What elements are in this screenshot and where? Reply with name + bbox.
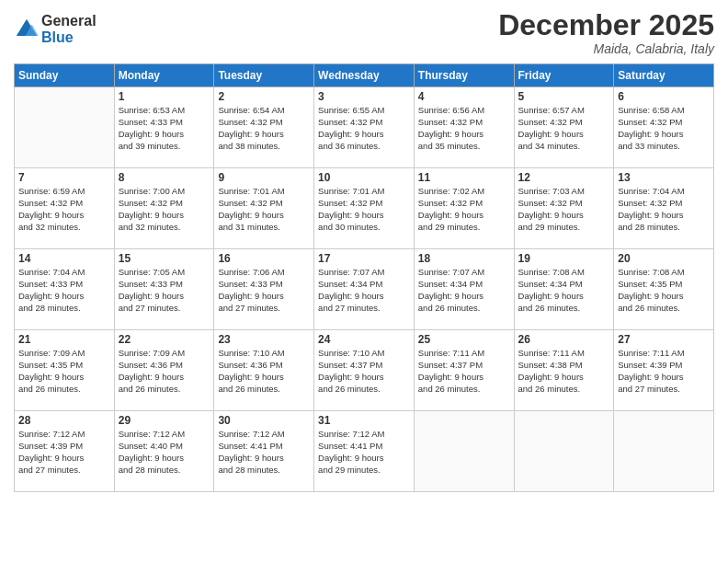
day-info: Sunrise: 7:01 AM Sunset: 4:32 PM Dayligh…: [318, 186, 410, 233]
day-info: Sunrise: 7:12 AM Sunset: 4:40 PM Dayligh…: [119, 429, 210, 476]
day-number: 31: [318, 414, 410, 427]
calendar-day-cell: 30Sunrise: 7:12 AM Sunset: 4:41 PM Dayli…: [214, 411, 314, 492]
title-block: December 2025 Maida, Calabria, Italy: [498, 9, 714, 56]
day-info: Sunrise: 6:56 AM Sunset: 4:32 PM Dayligh…: [418, 105, 510, 152]
day-number: 2: [218, 90, 310, 103]
calendar-day-header: Tuesday: [214, 64, 314, 87]
day-number: 4: [418, 90, 510, 103]
calendar-day-cell: 13Sunrise: 7:04 AM Sunset: 4:32 PM Dayli…: [614, 168, 714, 249]
day-info: Sunrise: 7:07 AM Sunset: 4:34 PM Dayligh…: [418, 267, 510, 314]
calendar-day-cell: 5Sunrise: 6:57 AM Sunset: 4:32 PM Daylig…: [514, 87, 614, 168]
calendar-day-cell: 11Sunrise: 7:02 AM Sunset: 4:32 PM Dayli…: [414, 168, 514, 249]
day-number: 28: [18, 414, 110, 427]
day-info: Sunrise: 7:04 AM Sunset: 4:32 PM Dayligh…: [618, 186, 710, 233]
calendar-day-cell: 31Sunrise: 7:12 AM Sunset: 4:41 PM Dayli…: [314, 411, 415, 492]
calendar-week-row: 7Sunrise: 6:59 AM Sunset: 4:32 PM Daylig…: [15, 168, 714, 249]
calendar-header-row: SundayMondayTuesdayWednesdayThursdayFrid…: [15, 64, 714, 87]
calendar-day-cell: [414, 411, 514, 492]
day-info: Sunrise: 7:01 AM Sunset: 4:32 PM Dayligh…: [218, 186, 310, 233]
day-number: 18: [418, 252, 510, 265]
day-info: Sunrise: 7:09 AM Sunset: 4:36 PM Dayligh…: [119, 348, 210, 395]
calendar-week-row: 28Sunrise: 7:12 AM Sunset: 4:39 PM Dayli…: [15, 411, 714, 492]
calendar-day-cell: 12Sunrise: 7:03 AM Sunset: 4:32 PM Dayli…: [514, 168, 614, 249]
day-info: Sunrise: 7:02 AM Sunset: 4:32 PM Dayligh…: [418, 186, 510, 233]
day-number: 1: [119, 90, 210, 103]
day-info: Sunrise: 7:12 AM Sunset: 4:41 PM Dayligh…: [218, 429, 310, 476]
calendar-day-header: Monday: [114, 64, 214, 87]
calendar-day-cell: 7Sunrise: 6:59 AM Sunset: 4:32 PM Daylig…: [15, 168, 115, 249]
calendar-day-cell: 1Sunrise: 6:53 AM Sunset: 4:33 PM Daylig…: [114, 87, 214, 168]
day-number: 20: [618, 252, 710, 265]
calendar-day-cell: 29Sunrise: 7:12 AM Sunset: 4:40 PM Dayli…: [114, 411, 214, 492]
calendar-week-row: 21Sunrise: 7:09 AM Sunset: 4:35 PM Dayli…: [15, 330, 714, 411]
logo-blue: Blue: [41, 29, 97, 46]
day-number: 14: [18, 252, 110, 265]
day-number: 13: [618, 171, 710, 184]
logo-icon: [14, 17, 40, 42]
day-number: 5: [518, 90, 610, 103]
day-info: Sunrise: 7:11 AM Sunset: 4:38 PM Dayligh…: [518, 348, 610, 395]
calendar-day-cell: 10Sunrise: 7:01 AM Sunset: 4:32 PM Dayli…: [314, 168, 415, 249]
calendar-day-cell: 24Sunrise: 7:10 AM Sunset: 4:37 PM Dayli…: [314, 330, 415, 411]
day-number: 24: [318, 333, 410, 346]
day-number: 23: [218, 333, 310, 346]
day-number: 25: [418, 333, 510, 346]
calendar-day-cell: 25Sunrise: 7:11 AM Sunset: 4:37 PM Dayli…: [414, 330, 514, 411]
day-info: Sunrise: 6:57 AM Sunset: 4:32 PM Dayligh…: [518, 105, 610, 152]
day-number: 30: [218, 414, 310, 427]
day-info: Sunrise: 6:53 AM Sunset: 4:33 PM Dayligh…: [119, 105, 210, 152]
day-number: 22: [119, 333, 210, 346]
calendar-day-cell: 19Sunrise: 7:08 AM Sunset: 4:34 PM Dayli…: [514, 249, 614, 330]
calendar-day-cell: 23Sunrise: 7:10 AM Sunset: 4:36 PM Dayli…: [214, 330, 314, 411]
calendar-day-header: Wednesday: [314, 64, 415, 87]
calendar-week-row: 14Sunrise: 7:04 AM Sunset: 4:33 PM Dayli…: [15, 249, 714, 330]
calendar-day-cell: 26Sunrise: 7:11 AM Sunset: 4:38 PM Dayli…: [514, 330, 614, 411]
day-info: Sunrise: 7:04 AM Sunset: 4:33 PM Dayligh…: [18, 267, 110, 314]
calendar-week-row: 1Sunrise: 6:53 AM Sunset: 4:33 PM Daylig…: [15, 87, 714, 168]
page: General Blue December 2025 Maida, Calabr…: [0, 0, 728, 563]
day-number: 15: [119, 252, 210, 265]
calendar-table: SundayMondayTuesdayWednesdayThursdayFrid…: [14, 63, 714, 492]
calendar-day-header: Saturday: [614, 64, 714, 87]
calendar-day-cell: 20Sunrise: 7:08 AM Sunset: 4:35 PM Dayli…: [614, 249, 714, 330]
day-number: 19: [518, 252, 610, 265]
day-number: 12: [518, 171, 610, 184]
calendar-day-cell: 3Sunrise: 6:55 AM Sunset: 4:32 PM Daylig…: [314, 87, 415, 168]
day-number: 21: [18, 333, 110, 346]
calendar-day-cell: 17Sunrise: 7:07 AM Sunset: 4:34 PM Dayli…: [314, 249, 415, 330]
day-info: Sunrise: 6:54 AM Sunset: 4:32 PM Dayligh…: [218, 105, 310, 152]
day-info: Sunrise: 7:09 AM Sunset: 4:35 PM Dayligh…: [18, 348, 110, 395]
month-title: December 2025: [498, 9, 714, 41]
day-info: Sunrise: 7:12 AM Sunset: 4:39 PM Dayligh…: [18, 429, 110, 476]
calendar-day-cell: [514, 411, 614, 492]
calendar-day-cell: 16Sunrise: 7:06 AM Sunset: 4:33 PM Dayli…: [214, 249, 314, 330]
day-number: 26: [518, 333, 610, 346]
calendar-day-header: Sunday: [15, 64, 115, 87]
day-number: 29: [119, 414, 210, 427]
calendar-day-cell: 14Sunrise: 7:04 AM Sunset: 4:33 PM Dayli…: [15, 249, 115, 330]
day-info: Sunrise: 7:05 AM Sunset: 4:33 PM Dayligh…: [119, 267, 210, 314]
calendar-day-cell: [614, 411, 714, 492]
day-info: Sunrise: 7:07 AM Sunset: 4:34 PM Dayligh…: [318, 267, 410, 314]
logo: General Blue: [14, 13, 97, 45]
day-info: Sunrise: 7:11 AM Sunset: 4:39 PM Dayligh…: [618, 348, 710, 395]
day-number: 9: [218, 171, 310, 184]
day-number: 10: [318, 171, 410, 184]
day-info: Sunrise: 7:08 AM Sunset: 4:34 PM Dayligh…: [518, 267, 610, 314]
calendar-day-cell: 28Sunrise: 7:12 AM Sunset: 4:39 PM Dayli…: [15, 411, 115, 492]
day-number: 3: [318, 90, 410, 103]
day-number: 16: [218, 252, 310, 265]
calendar-day-header: Thursday: [414, 64, 514, 87]
calendar-day-cell: 18Sunrise: 7:07 AM Sunset: 4:34 PM Dayli…: [414, 249, 514, 330]
day-number: 7: [18, 171, 110, 184]
calendar-day-cell: 6Sunrise: 6:58 AM Sunset: 4:32 PM Daylig…: [614, 87, 714, 168]
day-info: Sunrise: 7:11 AM Sunset: 4:37 PM Dayligh…: [418, 348, 510, 395]
day-number: 17: [318, 252, 410, 265]
calendar-day-header: Friday: [514, 64, 614, 87]
day-info: Sunrise: 7:00 AM Sunset: 4:32 PM Dayligh…: [119, 186, 210, 233]
day-info: Sunrise: 7:10 AM Sunset: 4:37 PM Dayligh…: [318, 348, 410, 395]
day-info: Sunrise: 7:12 AM Sunset: 4:41 PM Dayligh…: [318, 429, 410, 476]
calendar-day-cell: 8Sunrise: 7:00 AM Sunset: 4:32 PM Daylig…: [114, 168, 214, 249]
calendar-day-cell: 21Sunrise: 7:09 AM Sunset: 4:35 PM Dayli…: [15, 330, 115, 411]
calendar-day-cell: [15, 87, 115, 168]
